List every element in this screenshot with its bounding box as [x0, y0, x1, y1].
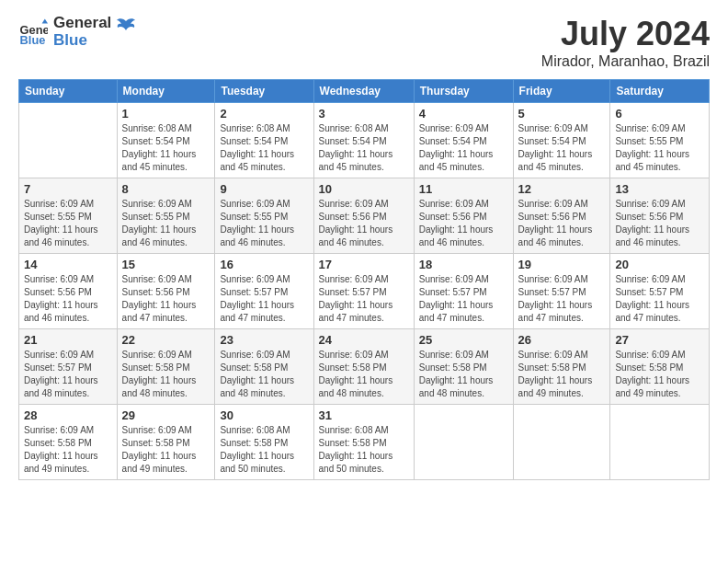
- calendar-cell: 19Sunrise: 6:09 AM Sunset: 5:57 PM Dayli…: [513, 254, 610, 329]
- day-info: Sunrise: 6:08 AM Sunset: 5:58 PM Dayligh…: [319, 424, 409, 476]
- calendar-cell: 21Sunrise: 6:09 AM Sunset: 5:57 PM Dayli…: [19, 329, 118, 405]
- day-number: 17: [319, 258, 409, 271]
- calendar-cell: 2Sunrise: 6:08 AM Sunset: 5:54 PM Daylig…: [215, 103, 313, 178]
- calendar-cell: 16Sunrise: 6:09 AM Sunset: 5:57 PM Dayli…: [215, 254, 313, 329]
- day-number: 19: [518, 258, 606, 271]
- day-number: 27: [615, 333, 704, 347]
- calendar-body: 1Sunrise: 6:08 AM Sunset: 5:54 PM Daylig…: [19, 103, 710, 480]
- day-number: 21: [24, 333, 112, 347]
- calendar-cell: 7Sunrise: 6:09 AM Sunset: 5:55 PM Daylig…: [19, 178, 118, 254]
- calendar-cell: 22Sunrise: 6:09 AM Sunset: 5:58 PM Dayli…: [117, 329, 215, 405]
- calendar-cell: 10Sunrise: 6:09 AM Sunset: 5:56 PM Dayli…: [313, 178, 414, 254]
- calendar-cell: 5Sunrise: 6:09 AM Sunset: 5:54 PM Daylig…: [513, 103, 610, 178]
- calendar-header-row: SundayMondayTuesdayWednesdayThursdayFrid…: [19, 80, 710, 103]
- weekday-header-saturday: Saturday: [610, 80, 710, 103]
- calendar-cell: 26Sunrise: 6:09 AM Sunset: 5:58 PM Dayli…: [513, 329, 610, 405]
- day-number: 12: [518, 182, 606, 196]
- calendar-cell: 14Sunrise: 6:09 AM Sunset: 5:56 PM Dayli…: [19, 254, 118, 329]
- calendar-cell: 20Sunrise: 6:09 AM Sunset: 5:57 PM Dayli…: [610, 254, 710, 329]
- calendar-cell: 8Sunrise: 6:09 AM Sunset: 5:55 PM Daylig…: [117, 178, 215, 254]
- day-info: Sunrise: 6:08 AM Sunset: 5:54 PM Dayligh…: [319, 122, 409, 174]
- logo-general: General: [53, 15, 111, 32]
- weekday-header-thursday: Thursday: [414, 80, 513, 103]
- day-info: Sunrise: 6:09 AM Sunset: 5:55 PM Dayligh…: [24, 198, 112, 249]
- day-number: 26: [518, 333, 606, 347]
- day-number: 22: [122, 333, 210, 347]
- calendar-table: SundayMondayTuesdayWednesdayThursdayFrid…: [18, 79, 710, 480]
- weekday-header-monday: Monday: [117, 80, 215, 103]
- day-info: Sunrise: 6:09 AM Sunset: 5:58 PM Dayligh…: [419, 349, 508, 400]
- day-info: Sunrise: 6:09 AM Sunset: 5:56 PM Dayligh…: [518, 198, 606, 249]
- weekday-header-sunday: Sunday: [19, 80, 118, 103]
- day-number: 25: [419, 333, 508, 347]
- day-info: Sunrise: 6:09 AM Sunset: 5:54 PM Dayligh…: [419, 122, 508, 174]
- day-info: Sunrise: 6:09 AM Sunset: 5:55 PM Dayligh…: [615, 122, 704, 174]
- day-info: Sunrise: 6:09 AM Sunset: 5:58 PM Dayligh…: [24, 424, 112, 476]
- day-info: Sunrise: 6:09 AM Sunset: 5:57 PM Dayligh…: [24, 349, 112, 400]
- day-info: Sunrise: 6:09 AM Sunset: 5:58 PM Dayligh…: [615, 349, 704, 400]
- day-number: 7: [24, 182, 112, 196]
- day-info: Sunrise: 6:09 AM Sunset: 5:57 PM Dayligh…: [419, 273, 508, 325]
- calendar-cell: 15Sunrise: 6:09 AM Sunset: 5:56 PM Dayli…: [117, 254, 215, 329]
- day-info: Sunrise: 6:09 AM Sunset: 5:56 PM Dayligh…: [615, 198, 704, 249]
- calendar-cell: 23Sunrise: 6:09 AM Sunset: 5:58 PM Dayli…: [215, 329, 313, 405]
- day-number: 14: [24, 258, 112, 271]
- logo: General Blue General Blue: [18, 15, 135, 49]
- calendar-cell: 12Sunrise: 6:09 AM Sunset: 5:56 PM Dayli…: [513, 178, 610, 254]
- day-info: Sunrise: 6:09 AM Sunset: 5:54 PM Dayligh…: [518, 122, 606, 174]
- calendar-cell: 25Sunrise: 6:09 AM Sunset: 5:58 PM Dayli…: [414, 329, 513, 405]
- day-number: 2: [220, 107, 308, 121]
- calendar-cell: 31Sunrise: 6:08 AM Sunset: 5:58 PM Dayli…: [313, 405, 414, 480]
- day-number: 29: [122, 408, 210, 422]
- weekday-header-tuesday: Tuesday: [215, 80, 313, 103]
- week-row-1: 7Sunrise: 6:09 AM Sunset: 5:55 PM Daylig…: [19, 178, 710, 254]
- day-number: 15: [122, 258, 210, 271]
- day-info: Sunrise: 6:09 AM Sunset: 5:57 PM Dayligh…: [518, 273, 606, 325]
- day-number: 1: [122, 107, 210, 121]
- calendar-cell: 1Sunrise: 6:08 AM Sunset: 5:54 PM Daylig…: [117, 103, 215, 178]
- day-info: Sunrise: 6:09 AM Sunset: 5:55 PM Dayligh…: [122, 198, 210, 249]
- calendar-cell: 3Sunrise: 6:08 AM Sunset: 5:54 PM Daylig…: [313, 103, 414, 178]
- title-area: July 2024 Mirador, Maranhao, Brazil: [541, 15, 710, 70]
- day-info: Sunrise: 6:09 AM Sunset: 5:56 PM Dayligh…: [419, 198, 508, 249]
- day-info: Sunrise: 6:09 AM Sunset: 5:55 PM Dayligh…: [220, 198, 308, 249]
- weekday-header-friday: Friday: [513, 80, 610, 103]
- day-info: Sunrise: 6:09 AM Sunset: 5:58 PM Dayligh…: [518, 349, 606, 400]
- day-number: 11: [419, 182, 508, 196]
- day-info: Sunrise: 6:09 AM Sunset: 5:56 PM Dayligh…: [122, 273, 210, 325]
- day-number: 24: [319, 333, 409, 347]
- calendar-cell: 17Sunrise: 6:09 AM Sunset: 5:57 PM Dayli…: [313, 254, 414, 329]
- logo-icon: General Blue: [18, 17, 48, 47]
- week-row-4: 28Sunrise: 6:09 AM Sunset: 5:58 PM Dayli…: [19, 405, 710, 480]
- calendar-cell: 30Sunrise: 6:08 AM Sunset: 5:58 PM Dayli…: [215, 405, 313, 480]
- svg-marker-2: [42, 18, 48, 23]
- day-info: Sunrise: 6:08 AM Sunset: 5:54 PM Dayligh…: [122, 122, 210, 174]
- day-number: 23: [220, 333, 308, 347]
- calendar-cell: 13Sunrise: 6:09 AM Sunset: 5:56 PM Dayli…: [610, 178, 710, 254]
- day-number: 13: [615, 182, 704, 196]
- calendar-cell: [414, 405, 513, 480]
- day-info: Sunrise: 6:09 AM Sunset: 5:57 PM Dayligh…: [220, 273, 308, 325]
- calendar-subtitle: Mirador, Maranhao, Brazil: [541, 53, 710, 70]
- day-number: 8: [122, 182, 210, 196]
- day-info: Sunrise: 6:09 AM Sunset: 5:56 PM Dayligh…: [24, 273, 112, 325]
- week-row-2: 14Sunrise: 6:09 AM Sunset: 5:56 PM Dayli…: [19, 254, 710, 329]
- day-number: 28: [24, 408, 112, 422]
- calendar-cell: 4Sunrise: 6:09 AM Sunset: 5:54 PM Daylig…: [414, 103, 513, 178]
- day-number: 3: [319, 107, 409, 121]
- svg-text:Blue: Blue: [20, 32, 46, 46]
- calendar-cell: [610, 405, 710, 480]
- calendar-cell: [19, 103, 118, 178]
- header: General Blue General Blue July 2024 Mira…: [18, 15, 710, 70]
- calendar-title: July 2024: [541, 15, 710, 53]
- day-info: Sunrise: 6:09 AM Sunset: 5:58 PM Dayligh…: [319, 349, 409, 400]
- day-info: Sunrise: 6:09 AM Sunset: 5:58 PM Dayligh…: [122, 424, 210, 476]
- calendar-cell: 9Sunrise: 6:09 AM Sunset: 5:55 PM Daylig…: [215, 178, 313, 254]
- day-number: 10: [319, 182, 409, 196]
- page: General Blue General Blue July 2024 Mira…: [0, 0, 728, 563]
- calendar-cell: 24Sunrise: 6:09 AM Sunset: 5:58 PM Dayli…: [313, 329, 414, 405]
- day-number: 18: [419, 258, 508, 271]
- day-number: 30: [220, 408, 308, 422]
- day-info: Sunrise: 6:09 AM Sunset: 5:58 PM Dayligh…: [122, 349, 210, 400]
- day-number: 31: [319, 408, 409, 422]
